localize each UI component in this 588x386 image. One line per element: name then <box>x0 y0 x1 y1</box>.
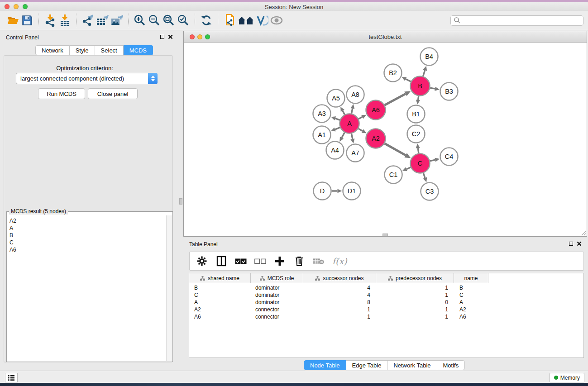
table-cell[interactable]: A <box>454 299 488 305</box>
node-C1[interactable]: C1 <box>385 166 402 184</box>
mcds-result-item[interactable]: B <box>10 232 166 239</box>
table-cell[interactable]: C <box>454 292 488 298</box>
tab-edge-table[interactable]: Edge Table <box>346 360 388 370</box>
column-header-predecessor-nodes[interactable]: predecessor nodes <box>376 273 454 283</box>
zoom-selected-icon[interactable] <box>176 13 191 28</box>
close-panel-icon[interactable] <box>577 241 582 246</box>
edge-A-A6[interactable] <box>359 115 366 119</box>
delete-column-icon[interactable] <box>293 255 305 267</box>
float-panel-icon[interactable] <box>569 242 573 246</box>
network-overview-icon[interactable] <box>237 13 255 28</box>
save-session-icon[interactable] <box>20 13 34 28</box>
node-C[interactable]: C <box>411 154 430 173</box>
table-cell[interactable]: A <box>189 299 251 305</box>
node-A4[interactable]: A4 <box>326 142 344 159</box>
node-C3[interactable]: C3 <box>421 183 439 200</box>
splitter-grip[interactable] <box>179 198 182 205</box>
close-panel-button[interactable]: Close panel <box>88 88 138 99</box>
optimization-criterion-select[interactable]: largest connected component (directed) <box>16 73 158 84</box>
table-cell[interactable]: dominator <box>251 292 303 298</box>
network-canvas[interactable]: B4B2BB3A8A5A6A3B1AC2A1A2A4A7C4CC1DD1C3 <box>184 43 587 236</box>
table-cell[interactable]: 4 <box>303 292 376 298</box>
node-C2[interactable]: C2 <box>407 125 425 143</box>
node-A7[interactable]: A7 <box>347 144 364 162</box>
node-A1[interactable]: A1 <box>313 126 331 144</box>
node-D1[interactable]: D1 <box>343 182 361 200</box>
column-settings-gear-icon[interactable] <box>196 255 208 267</box>
table-row[interactable]: A6connector11A6 <box>189 313 583 320</box>
memory-button[interactable]: Memory <box>550 373 584 382</box>
zoom-fit-icon[interactable] <box>162 13 176 28</box>
tab-network-table[interactable]: Network Table <box>387 360 437 370</box>
edge-A-A2[interactable] <box>359 129 367 133</box>
mcds-result-item[interactable]: A <box>10 224 166 232</box>
eye-icon[interactable] <box>269 13 284 28</box>
node-A2[interactable]: A2 <box>366 129 386 148</box>
tab-style[interactable]: Style <box>70 45 95 55</box>
zoom-in-icon[interactable] <box>133 13 147 28</box>
node-B1[interactable]: B1 <box>407 105 425 123</box>
node-A8[interactable]: A8 <box>347 86 364 104</box>
table-cell[interactable]: connector <box>251 314 303 320</box>
zoom-out-icon[interactable] <box>147 13 162 28</box>
node-B3[interactable]: B3 <box>440 83 458 100</box>
table-cell[interactable]: C <box>189 292 251 298</box>
edge-C-C2[interactable] <box>416 143 420 153</box>
mcds-result-item[interactable]: A2 <box>10 217 166 224</box>
table-cell[interactable]: A2 <box>189 306 251 313</box>
edge-C-C3[interactable] <box>423 173 427 182</box>
edge-A-A1[interactable] <box>331 128 340 132</box>
table-cell[interactable]: 1 <box>303 306 376 313</box>
open-session-icon[interactable] <box>5 13 20 28</box>
column-header-shared-name[interactable]: shared name <box>189 273 251 283</box>
edge-B-B3[interactable] <box>430 87 440 91</box>
edge-A-A5[interactable] <box>340 107 344 114</box>
add-column-icon[interactable] <box>274 255 286 267</box>
resize-grip-icon[interactable] <box>580 229 586 236</box>
edge-A6-B[interactable] <box>385 91 411 105</box>
node-B2[interactable]: B2 <box>384 64 402 82</box>
table-cell[interactable]: 1 <box>376 314 454 320</box>
table-cell[interactable]: 4 <box>303 285 376 291</box>
node-A3[interactable]: A3 <box>313 105 331 123</box>
search-input[interactable] <box>461 17 583 24</box>
edge-D-D1[interactable] <box>332 189 342 193</box>
edge-C-C1[interactable] <box>402 167 411 171</box>
edge-B-B1[interactable] <box>416 96 420 104</box>
import-table-icon[interactable] <box>57 13 72 28</box>
table-cell[interactable]: B <box>189 285 251 291</box>
table-cell[interactable]: 1 <box>376 285 454 291</box>
node-A5[interactable]: A5 <box>327 90 345 107</box>
column-header-MCDS-role[interactable]: MCDS role <box>251 273 303 283</box>
network-window-titlebar[interactable]: testGlobe.txt <box>184 31 587 43</box>
node-D[interactable]: D <box>314 182 331 200</box>
tab-node-table[interactable]: Node Table <box>304 360 346 370</box>
export-image-icon[interactable] <box>110 13 124 28</box>
table-cell[interactable]: connector <box>251 306 303 313</box>
table-cell[interactable]: 0 <box>376 299 454 305</box>
export-network-icon[interactable] <box>81 13 95 28</box>
search-field[interactable] <box>450 15 583 26</box>
edge-A-A8[interactable] <box>350 104 354 114</box>
node-B4[interactable]: B4 <box>421 48 438 66</box>
table-row[interactable]: Cdominator41C <box>189 291 583 299</box>
export-table-icon[interactable] <box>95 13 110 28</box>
column-header-successor-nodes[interactable]: successor nodes <box>303 273 376 283</box>
result-scrollbar[interactable] <box>166 215 172 361</box>
table-row[interactable]: A2connector11A2 <box>189 306 583 313</box>
edge-A-A4[interactable] <box>339 133 344 142</box>
table-row[interactable]: Adominator80A <box>189 299 583 306</box>
refresh-layout-icon[interactable] <box>199 13 214 28</box>
document-network-icon[interactable] <box>222 13 237 28</box>
table-cell[interactable]: dominator <box>251 299 303 305</box>
edge-A2-C[interactable] <box>385 143 411 158</box>
edge-A-A3[interactable] <box>331 116 340 120</box>
tab-select[interactable]: Select <box>95 45 124 55</box>
tab-mcds[interactable]: MCDS <box>124 45 153 55</box>
table-cell[interactable]: 1 <box>303 314 376 320</box>
table-cell[interactable]: A6 <box>454 314 488 320</box>
float-panel-icon[interactable] <box>160 35 164 39</box>
tab-motifs[interactable]: Motifs <box>437 360 465 370</box>
node-A6[interactable]: A6 <box>366 100 386 120</box>
edge-B-B2[interactable] <box>402 77 411 81</box>
